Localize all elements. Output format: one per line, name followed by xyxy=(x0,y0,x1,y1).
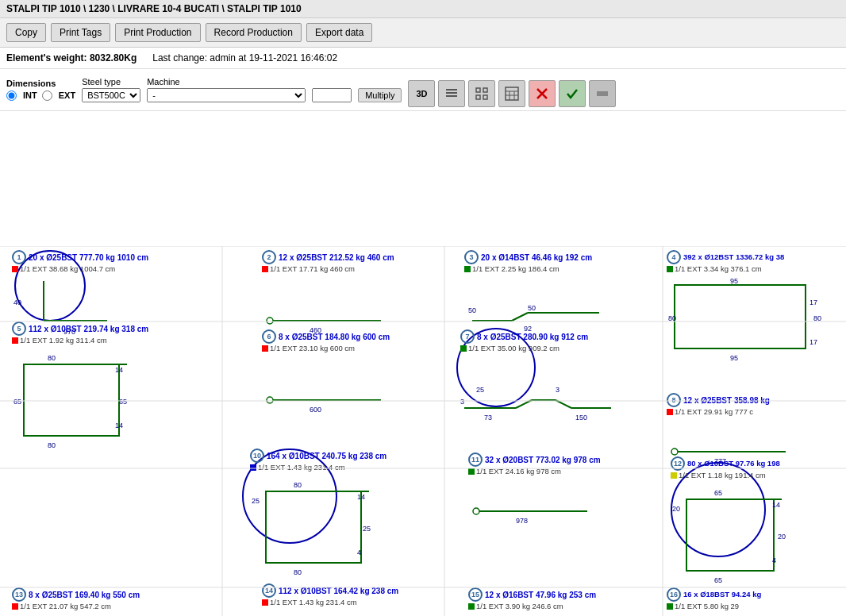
copy-button[interactable]: Copy xyxy=(6,23,46,42)
svg-text:80: 80 xyxy=(48,354,56,362)
svg-text:80: 80 xyxy=(813,314,821,322)
svg-text:17: 17 xyxy=(809,298,817,306)
svg-text:50: 50 xyxy=(528,304,536,312)
svg-text:80: 80 xyxy=(668,314,676,322)
svg-text:20: 20 xyxy=(778,533,786,541)
svg-point-56 xyxy=(671,449,678,455)
element-2: 2 12 x Ø25BST 212.52 kg 460 cm 1/1 EXT 1… xyxy=(262,250,394,334)
svg-text:40: 40 xyxy=(13,298,21,306)
svg-text:65: 65 xyxy=(714,489,722,497)
element-7: 7 8 x Ø25BST 280.90 kg 912 cm 1/1 EXT 35… xyxy=(460,329,619,429)
svg-text:25: 25 xyxy=(363,525,371,533)
svg-text:65: 65 xyxy=(714,576,722,584)
svg-rect-4 xyxy=(483,88,487,92)
svg-text:80: 80 xyxy=(294,568,302,576)
multiply-input[interactable] xyxy=(312,88,352,102)
svg-point-19 xyxy=(267,318,273,324)
svg-rect-14 xyxy=(597,91,608,96)
svg-text:4: 4 xyxy=(357,549,361,556)
element-13: 13 8 x Ø25BST 169.40 kg 550 cm 1/1 EXT 2… xyxy=(12,587,250,616)
svg-point-67 xyxy=(473,508,479,514)
svg-text:3: 3 xyxy=(460,398,464,406)
svg-text:4: 4 xyxy=(772,556,776,564)
svg-rect-35 xyxy=(24,364,119,436)
last-change: Last change: admin at 19-11-2021 16:46:0… xyxy=(152,52,337,64)
print-production-button[interactable]: Print Production xyxy=(115,23,200,42)
svg-point-43 xyxy=(267,397,273,403)
svg-text:25: 25 xyxy=(252,497,260,505)
element-11: 11 32 x Ø20BST 773.02 kg 978 cm 1/1 EXT … xyxy=(468,452,601,529)
steel-type-select[interactable]: BST500C xyxy=(82,88,140,102)
info-bar: Element's weight: 8032.80Kg Last change:… xyxy=(0,48,846,69)
weight-info: Element's weight: 8032.80Kg xyxy=(6,52,137,64)
svg-rect-5 xyxy=(476,95,480,99)
element-5: 5 112 x Ø10BST 219.74 kg 318 cm 1/1 EXT … xyxy=(12,321,148,453)
svg-text:14: 14 xyxy=(115,366,123,374)
svg-rect-70 xyxy=(686,499,774,571)
svg-text:3: 3 xyxy=(556,386,560,394)
svg-text:95: 95 xyxy=(730,354,738,362)
export-data-button[interactable]: Export data xyxy=(306,23,372,42)
svg-text:25: 25 xyxy=(476,386,484,394)
print-tags-button[interactable]: Print Tags xyxy=(51,23,110,42)
svg-text:14: 14 xyxy=(115,422,123,429)
toolbar: Copy Print Tags Print Production Record … xyxy=(0,18,846,48)
grid-icon-button[interactable] xyxy=(468,80,495,107)
svg-text:95: 95 xyxy=(730,277,738,285)
svg-line-23 xyxy=(512,313,528,321)
int-radio[interactable] xyxy=(6,90,17,101)
list-icon-button[interactable] xyxy=(438,80,465,107)
svg-line-47 xyxy=(516,400,532,408)
int-label: INT xyxy=(23,90,37,102)
table-icon-button[interactable] xyxy=(498,80,525,107)
svg-rect-7 xyxy=(506,87,518,100)
element-10: 10 164 x Ø10BST 240.75 kg 238 cm 1/1 EXT… xyxy=(250,449,386,580)
svg-rect-0 xyxy=(446,89,457,90)
extra-icon-button[interactable] xyxy=(589,80,616,107)
element-16: 16 16 x Ø18BST 94.24 kg 1/1 EXT 5.80 kg … xyxy=(667,587,825,616)
svg-line-49 xyxy=(556,400,571,408)
close-icon-button[interactable] xyxy=(529,80,556,107)
breadcrumb: STALPI TIP 1010 \ 1230 \ LIVRARE 10-4 BU… xyxy=(6,3,302,14)
machine-label: Machine xyxy=(147,77,306,87)
ext-radio[interactable] xyxy=(42,90,52,101)
svg-rect-59 xyxy=(266,491,361,563)
svg-text:50: 50 xyxy=(468,306,476,314)
svg-text:65: 65 xyxy=(119,398,127,406)
steel-type-label: Steel type xyxy=(82,77,140,87)
svg-rect-3 xyxy=(476,88,480,92)
svg-text:80: 80 xyxy=(48,441,56,449)
controls-bar: Dimensions INT EXT Steel type BST500C Ma… xyxy=(0,69,846,111)
title-bar: STALPI TIP 1010 \ 1230 \ LIVRARE 10-4 BU… xyxy=(0,0,846,18)
svg-text:20: 20 xyxy=(672,505,680,513)
element-4: 4 392 x Ø12BST 1336.72 kg 38 1/1 EXT 3.3… xyxy=(667,250,825,374)
check-icon-button[interactable] xyxy=(559,80,586,107)
svg-rect-28 xyxy=(675,285,806,348)
main-canvas: 1 20 x Ø25BST 777.70 kg 1010 cm 1/1 EXT … xyxy=(0,111,846,616)
svg-text:73: 73 xyxy=(484,414,492,422)
svg-rect-1 xyxy=(446,92,457,94)
record-production-button[interactable]: Record Production xyxy=(206,23,302,42)
3d-button[interactable]: 3D xyxy=(408,80,435,107)
element-12: 12 80 x Ø10BST 97.76 kg 198 1/1 EXT 1.18… xyxy=(671,456,798,588)
element-14: 14 112 x Ø10BST 164.42 kg 238 cm 1/1 EXT… xyxy=(262,583,398,616)
svg-rect-6 xyxy=(483,95,487,99)
multiply-button[interactable]: Multiply xyxy=(358,88,402,102)
machine-select[interactable]: - xyxy=(147,88,306,102)
svg-text:80: 80 xyxy=(294,481,302,489)
element-15: 15 12 x Ø16BST 47.96 kg 253 cm 1/1 EXT 3… xyxy=(468,587,627,616)
element-6: 6 8 x Ø25BST 184.80 kg 600 cm 1/1 EXT 23… xyxy=(262,329,390,414)
svg-text:65: 65 xyxy=(13,398,21,406)
svg-text:600: 600 xyxy=(310,406,321,414)
svg-text:17: 17 xyxy=(809,338,817,346)
svg-text:14: 14 xyxy=(357,493,365,501)
svg-rect-2 xyxy=(446,95,457,97)
svg-text:14: 14 xyxy=(772,501,780,509)
ext-label: EXT xyxy=(59,90,75,102)
svg-text:150: 150 xyxy=(575,414,587,422)
element-3: 3 20 x Ø14BST 46.46 kg 192 cm 1/1 EXT 2.… xyxy=(464,250,607,334)
svg-text:978: 978 xyxy=(516,517,528,525)
dims-label: Dimensions xyxy=(6,78,75,90)
